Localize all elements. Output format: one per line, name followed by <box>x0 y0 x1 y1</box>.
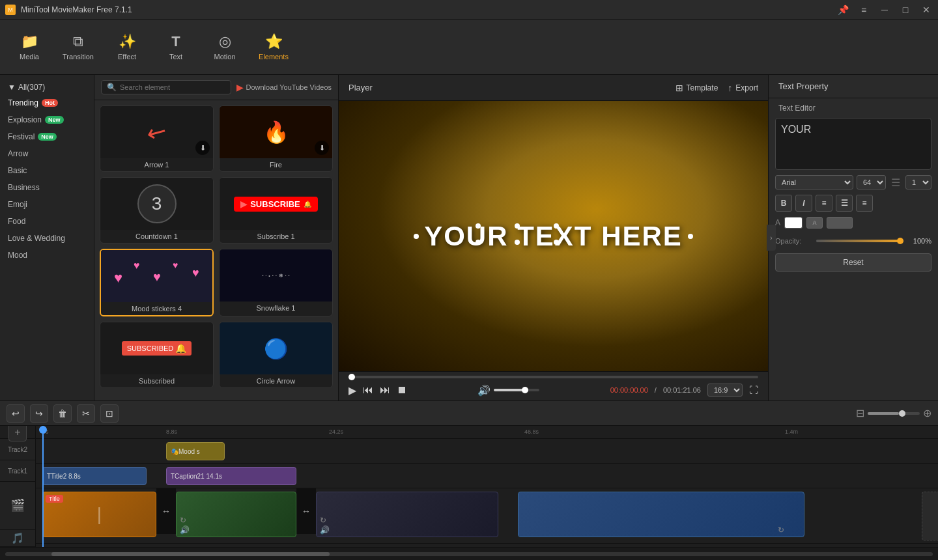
h-scrollbar[interactable] <box>5 552 933 556</box>
text-handle-br[interactable] <box>554 240 559 245</box>
sidebar-item-basic[interactable]: Basic <box>0 162 94 179</box>
text-handle-bl[interactable] <box>476 240 481 245</box>
toolbar-media[interactable]: 📁 Media <box>7 24 52 70</box>
text-handle-tl[interactable] <box>476 223 481 229</box>
sidebar-item-business[interactable]: Business <box>0 179 94 196</box>
next-btn[interactable]: ⏭ <box>380 384 390 396</box>
timeline-area: ↩ ↪ 🗑 ✂ ⊡ ⊟ ⊕ + <box>0 400 938 560</box>
transition-2[interactable]: ↔ <box>296 488 316 534</box>
zoom-slider[interactable] <box>868 412 920 415</box>
toolbar-elements[interactable]: ⭐ Elements <box>251 24 296 70</box>
text-color-swatch[interactable] <box>784 217 803 229</box>
crop-btn[interactable]: ⊡ <box>100 404 119 423</box>
element-card-subscribe1[interactable]: ▶ SUBSCRIBE 🔔 Subscribe 1 <box>219 177 333 244</box>
opacity-row: Opacity: 100% <box>769 234 938 248</box>
progress-handle[interactable] <box>348 374 355 380</box>
menu-btn[interactable]: ≡ <box>857 5 870 15</box>
element-card-circle-arrow[interactable]: 🔵 Circle Arrow <box>219 322 333 388</box>
text-editor-area[interactable]: YOUR <box>775 118 931 170</box>
sidebar-item-arrow[interactable]: Arrow <box>0 145 94 162</box>
opacity-slider[interactable] <box>816 240 903 242</box>
fullscreen-btn[interactable]: ⛶ <box>749 385 758 395</box>
close-btn[interactable]: ✕ <box>920 5 933 15</box>
stop-btn[interactable]: ⏹ <box>397 384 407 396</box>
undo-icon: ↩ <box>12 408 20 419</box>
sidebar-item-emoji[interactable]: Emoji <box>0 196 94 213</box>
video-clip-3[interactable]: 🔊 ↻ <box>316 492 498 537</box>
video-clip-4[interactable]: ↻ <box>518 492 804 537</box>
sidebar-item-trending[interactable]: Trending Hot <box>0 94 94 111</box>
export-btn[interactable]: ↑ Export <box>728 83 758 93</box>
caption21-clip[interactable]: T Caption21 14.1s <box>166 467 296 485</box>
reset-btn[interactable]: Reset <box>775 253 931 272</box>
zoom-out-btn[interactable]: ⊟ <box>856 407 864 419</box>
toolbar-text[interactable]: T Text <box>153 24 199 70</box>
elements-content-panel: 🔍 ▶ Download YouTube Videos ↙ ⬇ Arrow 1 <box>94 75 339 400</box>
track-labels: + Track2 Track1 🎬 🎵 <box>0 426 36 547</box>
template-btn[interactable]: ⊞ Template <box>675 83 718 93</box>
element-card-snowflake1[interactable]: • • • • • ❄ • • Snowflake 1 <box>219 249 333 316</box>
sidebar-item-explosion[interactable]: Explosion New <box>0 111 94 128</box>
stroke-color-swatch[interactable] <box>827 217 853 229</box>
video-clip-1[interactable]: Title | <box>42 492 156 537</box>
aspect-ratio-select[interactable]: 16:9 9:16 1:1 4:3 <box>707 384 743 397</box>
text-handle-bm[interactable] <box>515 240 520 245</box>
element-card-fire[interactable]: 🔥 ⬇ Fire <box>219 105 333 172</box>
undo-btn[interactable]: ↩ <box>7 404 25 423</box>
sidebar-all[interactable]: ▼ All(307) <box>0 80 94 94</box>
zoom-in-btn[interactable]: ⊕ <box>923 407 931 419</box>
volume-slider[interactable] <box>494 389 539 391</box>
transition-1[interactable]: ↔ <box>156 488 176 534</box>
align-left-btn[interactable]: ≡ <box>816 195 832 212</box>
toolbar-motion-label: Motion <box>214 53 235 61</box>
font-size-select[interactable]: 64 48 36 72 <box>857 175 886 189</box>
mood-clip[interactable]: 🎭 Mood s <box>166 442 225 460</box>
search-input[interactable] <box>120 83 225 91</box>
italic-btn[interactable]: I <box>795 195 812 212</box>
minimize-btn[interactable]: ─ <box>878 5 891 15</box>
download-youtube-btn[interactable]: ▶ Download YouTube Videos <box>236 82 332 92</box>
bold-btn[interactable]: B <box>775 195 792 212</box>
sidebar-item-festival[interactable]: Festival New <box>0 128 94 145</box>
align-right-btn[interactable]: ≡ <box>856 195 873 212</box>
toolbar-transition[interactable]: ⧉ Transition <box>55 24 101 70</box>
pin-btn[interactable]: 📌 <box>836 5 849 15</box>
video-clip-2[interactable]: 🔊 ↻ <box>176 492 296 537</box>
video-track-label-cell: 🎬 <box>0 482 35 530</box>
export-icon: ↑ <box>728 83 732 93</box>
play-btn[interactable]: ▶ <box>348 384 356 397</box>
title2-clip[interactable]: T Title2 8.8s <box>42 467 147 485</box>
delete-btn[interactable]: 🗑 <box>53 404 72 423</box>
element-card-subscribed[interactable]: SUBSCRIBED🔔 Subscribed <box>100 322 214 388</box>
panel-collapse-btn[interactable]: › <box>767 225 776 251</box>
cut-btn[interactable]: ✂ <box>77 404 95 423</box>
element-card-countdown1[interactable]: 3 Countdown 1 <box>100 177 214 244</box>
font-family-select[interactable]: Arial Times New Roman Helvetica <box>775 175 853 189</box>
toolbar-motion[interactable]: ◎ Motion <box>202 24 248 70</box>
element-card-arrow1[interactable]: ↙ ⬇ Arrow 1 <box>100 105 214 172</box>
line-spacing-select[interactable]: 1 1.5 2 <box>905 175 931 189</box>
volume-icon[interactable]: 🔊 <box>477 384 490 397</box>
text-handle-tr[interactable] <box>554 223 559 229</box>
zoom-handle[interactable] <box>899 410 905 417</box>
progress-bar[interactable] <box>348 376 758 378</box>
sidebar-item-food[interactable]: Food <box>0 213 94 230</box>
maximize-btn[interactable]: □ <box>899 5 912 15</box>
align-center-btn[interactable]: ☰ <box>836 195 853 212</box>
arrow1-download-btn[interactable]: ⬇ <box>195 141 210 155</box>
tracks-scroll-area[interactable]: 0s 8.8s 24.2s 46.8s 1.4m 🎭 Mood s <box>36 426 938 547</box>
volume-handle[interactable] <box>522 387 528 393</box>
fire-download-btn[interactable]: ⬇ <box>315 141 329 155</box>
search-input-wrap[interactable]: 🔍 <box>101 80 231 94</box>
sidebar-item-mood[interactable]: Mood <box>0 247 94 264</box>
element-card-mood-stickers4[interactable]: ♥ ♥ ♥ ♥ ♥ Mood stickers 4 <box>100 249 214 316</box>
sidebar-item-love-wedding[interactable]: Love & Wedding <box>0 230 94 247</box>
text-handle-tm[interactable] <box>515 223 520 229</box>
opacity-handle[interactable] <box>897 238 903 244</box>
sidebar-business-label: Business <box>8 183 40 192</box>
redo-btn[interactable]: ↪ <box>30 404 48 423</box>
toolbar-effect[interactable]: ✨ Effect <box>104 24 150 70</box>
playhead[interactable] <box>42 426 44 547</box>
prev-btn[interactable]: ⏮ <box>363 384 373 396</box>
sidebar-all-label: All(307) <box>18 83 45 92</box>
